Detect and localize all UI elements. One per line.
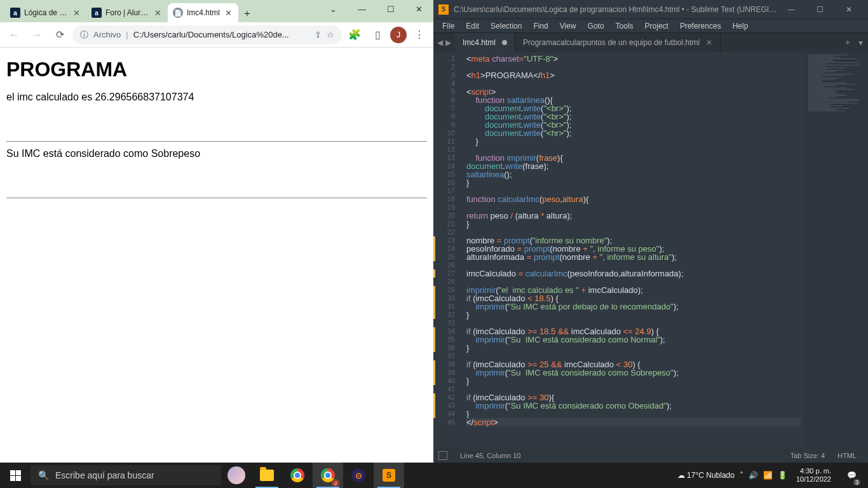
chrome-close-button[interactable]: ✕ xyxy=(405,0,433,18)
code-line[interactable]: } xyxy=(466,179,801,187)
taskbar-explorer[interactable] xyxy=(252,463,282,488)
code-line[interactable]: } xyxy=(466,137,801,146)
chrome-window-controls: ⌄ — ☐ ✕ xyxy=(319,0,433,18)
tray-volume-icon[interactable]: 🔊 xyxy=(749,471,758,480)
code-line[interactable]: document.write("<hr>"); xyxy=(466,129,801,137)
reading-list-icon[interactable]: ▯ xyxy=(367,25,388,45)
extensions-icon[interactable]: 🧩 xyxy=(344,25,365,45)
code-line[interactable]: alturaInformada = prompt(nombre + ", inf… xyxy=(466,253,801,261)
sublime-app-icon: S xyxy=(438,4,449,15)
editor-tab[interactable]: Imc4.html xyxy=(455,33,515,52)
notifications-button[interactable]: 💬3 xyxy=(840,463,863,488)
address-bar[interactable]: ⓘ Archivo | C:/Users/carlu/Documents/Log… xyxy=(72,25,342,44)
sublime-close-button[interactable]: ✕ xyxy=(834,0,863,19)
profile-avatar[interactable]: J xyxy=(390,27,407,43)
minimap[interactable] xyxy=(804,52,868,449)
code-line[interactable]: } xyxy=(466,220,801,228)
chrome-menu-button[interactable]: ⋮ xyxy=(409,25,430,45)
menu-help[interactable]: Help xyxy=(728,20,754,32)
reload-button[interactable]: ⟳ xyxy=(50,25,70,45)
editor-tab-title: Programacalcularpuntos de un equipo de f… xyxy=(523,38,700,47)
code-line[interactable]: imprimir("Su IMC está por debajo de lo r… xyxy=(466,302,801,311)
nav-back-icon[interactable]: ◀ xyxy=(437,38,443,47)
tab-close-icon[interactable]: ✕ xyxy=(153,8,163,18)
start-button[interactable] xyxy=(0,463,31,488)
menu-preferences[interactable]: Preferences xyxy=(675,20,726,32)
tab-title: Imc4.html xyxy=(187,8,220,17)
menu-project[interactable]: Project xyxy=(640,20,674,32)
code-line[interactable]: } xyxy=(466,377,801,385)
taskbar-sublime[interactable]: S xyxy=(374,463,404,488)
taskbar-chrome-active[interactable]: J xyxy=(313,463,343,488)
code-line[interactable]: document.write(frase); xyxy=(466,162,801,170)
taskbar-eclipse[interactable]: ⊙ xyxy=(343,463,374,488)
share-icon[interactable]: ⇪ xyxy=(315,30,322,39)
editor-area[interactable]: 1234567891011121314151617181920212223242… xyxy=(433,52,868,449)
code-line[interactable]: } xyxy=(466,410,801,418)
browser-tab[interactable]: 📄Imc4.html✕ xyxy=(168,3,238,22)
tray-chevron-icon[interactable]: ˄ xyxy=(740,471,743,480)
code-line[interactable]: saltarlinea(); xyxy=(466,170,801,179)
taskbar-chrome[interactable] xyxy=(282,463,313,488)
code-line[interactable]: return peso / (altura * altura); xyxy=(466,212,801,220)
sublime-minimize-button[interactable]: — xyxy=(777,0,806,19)
back-button[interactable]: ← xyxy=(4,25,24,45)
tabs-dropdown-icon[interactable]: ▾ xyxy=(858,37,863,48)
url-scheme-label: Archivo xyxy=(93,30,121,39)
browser-tab[interactable]: aForo | Alura L✕ xyxy=(86,3,168,22)
sublime-maximize-button[interactable]: ☐ xyxy=(806,0,834,19)
cursor-position: Line 45, Column 10 xyxy=(454,452,527,459)
menu-edit[interactable]: Edit xyxy=(461,20,484,32)
sublime-titlebar: S C:\Users\carlu\Documents\Logica de pro… xyxy=(433,0,868,19)
weather-widget[interactable]: ☁ 17°C Nublado xyxy=(677,471,735,480)
taskbar-clock[interactable]: 4:30 p. m. 10/12/2022 xyxy=(792,467,835,484)
syntax-label[interactable]: HTML xyxy=(831,452,863,459)
chrome-window: aLógica de pro✕aForo | Alura L✕📄Imc4.htm… xyxy=(0,0,433,463)
menu-find[interactable]: Find xyxy=(528,20,553,32)
bookmark-icon[interactable]: ☆ xyxy=(327,30,334,39)
tab-close-icon[interactable]: ✕ xyxy=(224,8,233,18)
new-tab-button[interactable]: ＋ xyxy=(238,4,256,22)
sublime-tabstrip: ◀ ▶ Imc4.htmlProgramacalcularpuntos de u… xyxy=(433,33,868,52)
taskbar-search[interactable]: 🔍 Escribe aquí para buscar xyxy=(31,465,221,485)
tray-battery-icon[interactable]: 🔋 xyxy=(778,471,787,480)
site-info-icon[interactable]: ⓘ xyxy=(80,29,88,41)
code-line[interactable]: imprimir("Su IMC está considerado como N… xyxy=(466,336,801,344)
editor-tab[interactable]: Programacalcularpuntos de un equipo de f… xyxy=(515,33,721,52)
chrome-maximize-button[interactable]: ☐ xyxy=(376,0,405,18)
chrome-chevron-down-icon[interactable]: ⌄ xyxy=(319,0,348,18)
menu-selection[interactable]: Selection xyxy=(485,20,527,32)
forward-button[interactable]: → xyxy=(27,25,47,45)
code-line[interactable]: imcCalculado = calcularImc(pesoInforado,… xyxy=(466,269,801,278)
code-line[interactable]: imprimir("Su IMC está considerado como O… xyxy=(466,402,801,410)
tray-wifi-icon[interactable]: 📶 xyxy=(763,471,773,480)
menu-tools[interactable]: Tools xyxy=(611,20,639,32)
menu-goto[interactable]: Goto xyxy=(583,20,609,32)
line-gutter: 1234567891011121314151617181920212223242… xyxy=(433,52,463,449)
code-line[interactable]: </script> xyxy=(466,418,801,426)
code-line[interactable] xyxy=(466,79,801,88)
code-line[interactable]: <meta charset="UTF-8"> xyxy=(466,55,801,63)
chrome-minimize-button[interactable]: — xyxy=(348,0,376,18)
search-placeholder: Escribe aquí para buscar xyxy=(55,470,154,480)
taskbar-cortana-art[interactable] xyxy=(221,463,252,488)
status-panel-icon[interactable] xyxy=(438,451,447,460)
menu-file[interactable]: File xyxy=(437,20,459,32)
browser-tab[interactable]: aLógica de pro✕ xyxy=(5,3,86,22)
chrome-tabstrip: aLógica de pro✕aForo | Alura L✕📄Imc4.htm… xyxy=(0,0,433,22)
code-line[interactable]: } xyxy=(466,344,801,352)
tab-close-icon[interactable]: ✕ xyxy=(72,8,81,18)
code-area[interactable]: <meta charset="UTF-8"> <h1>PROGRAMA</h1>… xyxy=(463,52,804,449)
code-line[interactable]: imprimir("Su IMC está considerado como S… xyxy=(466,369,801,377)
tab-close-icon[interactable]: ✕ xyxy=(706,38,712,47)
code-line[interactable]: <h1>PROGRAMA</h1> xyxy=(466,71,801,79)
tab-size[interactable]: Tab Size: 4 xyxy=(784,452,831,459)
menu-view[interactable]: View xyxy=(555,20,581,32)
sublime-window: S C:\Users\carlu\Documents\Logica de pro… xyxy=(433,0,868,463)
nav-fwd-icon[interactable]: ▶ xyxy=(445,38,451,47)
sublime-menubar: FileEditSelectionFindViewGotoToolsProjec… xyxy=(433,19,868,33)
url-text: C:/Users/carlu/Documents/Logica%20de... xyxy=(133,30,309,39)
code-line[interactable]: function calcularImc(peso,altura){ xyxy=(466,195,801,203)
code-line[interactable]: } xyxy=(466,311,801,319)
new-file-icon[interactable]: ＋ xyxy=(843,37,852,48)
